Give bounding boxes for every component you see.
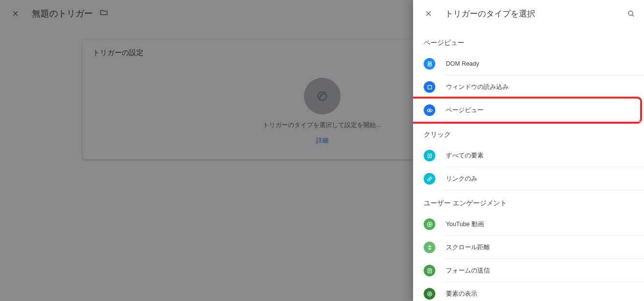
svg-point-1	[629, 11, 633, 15]
close-icon[interactable]	[419, 4, 438, 23]
trigger-type-label: フォームの送信	[446, 267, 490, 275]
eye-icon	[424, 104, 435, 116]
group-label: クリック	[413, 122, 644, 144]
trigger-type-label: リンクのみ	[446, 175, 477, 183]
trigger-type-panel: トリガーのタイプを選択 ページビューDOM Readyウィンドウの読み込みページ…	[413, 0, 644, 301]
trigger-type-all-elements[interactable]: すべての要素	[413, 144, 644, 167]
play-icon	[424, 218, 435, 230]
doc-icon	[424, 58, 435, 70]
trigger-type-links-only[interactable]: リンクのみ	[413, 167, 644, 190]
square-icon	[424, 81, 435, 93]
svg-point-9	[428, 292, 432, 296]
trigger-type-scroll-depth[interactable]: スクロール距離	[413, 236, 644, 259]
target-icon	[424, 150, 435, 161]
trigger-type-label: DOM Ready	[446, 60, 479, 67]
search-icon[interactable]	[624, 4, 638, 23]
trigger-type-label: ウィンドウの読み込み	[446, 83, 509, 91]
trigger-type-dom-ready[interactable]: DOM Ready	[413, 52, 644, 75]
link-icon	[424, 173, 435, 185]
panel-title: トリガーのタイプを選択	[445, 8, 617, 19]
panel-body: ページビューDOM Readyウィンドウの読み込みページビュークリックすべての要…	[413, 27, 644, 301]
trigger-type-window-load[interactable]: ウィンドウの読み込み	[413, 75, 644, 99]
trigger-type-page-view[interactable]: ページビュー	[413, 99, 644, 122]
trigger-type-label: YouTube 動画	[446, 220, 484, 229]
trigger-type-youtube[interactable]: YouTube 動画	[413, 213, 644, 236]
svg-point-6	[429, 155, 430, 156]
form-icon	[424, 265, 435, 276]
group-label: ユーザー エンゲージメント	[413, 190, 644, 213]
svg-point-10	[429, 293, 430, 294]
visible-icon	[424, 288, 435, 300]
group-label: ページビュー	[413, 30, 644, 52]
trigger-type-label: すべての要素	[446, 152, 484, 160]
scroll-icon	[424, 242, 435, 253]
trigger-type-label: 要素の表示	[446, 290, 477, 298]
trigger-type-form-submit[interactable]: フォームの送信	[413, 259, 644, 282]
trigger-type-element-visible[interactable]: 要素の表示	[413, 282, 644, 301]
panel-header: トリガーのタイプを選択	[413, 0, 644, 27]
trigger-type-label: ページビュー	[446, 106, 484, 115]
svg-rect-5	[428, 154, 431, 158]
svg-rect-3	[428, 85, 431, 89]
svg-point-4	[429, 110, 430, 111]
trigger-type-label: スクロール距離	[446, 244, 490, 252]
